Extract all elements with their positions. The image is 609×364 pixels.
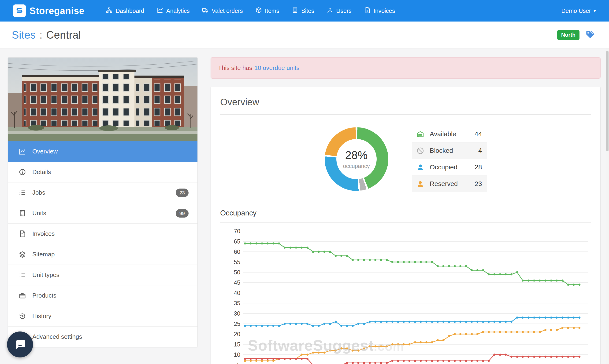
legend-row-occupied: Occupied 28 xyxy=(412,159,487,175)
user-name: Demo User xyxy=(561,8,591,14)
layers-icon xyxy=(19,251,26,258)
sidebar-item-advanced-settings[interactable]: Advanced settings xyxy=(8,326,197,347)
user-icon xyxy=(416,164,424,171)
breadcrumb-sites-link[interactable]: Sites xyxy=(12,28,36,41)
main-panel: This site has 10 overdue units Overview … xyxy=(211,57,601,364)
storeganise-app: Storeganise Dashboard Analytics Valet or… xyxy=(0,0,609,364)
sidebar-item-jobs[interactable]: Jobs 23 xyxy=(8,182,197,203)
chevron-down-icon: ▾ xyxy=(594,8,596,13)
sidebar-item-sitemap[interactable]: Sitemap xyxy=(8,244,197,265)
overdue-units-link[interactable]: 10 overdue units xyxy=(254,64,299,72)
legend-value: 4 xyxy=(478,147,482,154)
sidebar-item-label: Units xyxy=(32,210,46,217)
content-area: Overview Details Jobs 23 Units 99 xyxy=(0,48,609,364)
nav-item-users[interactable]: Users xyxy=(320,0,358,22)
user-menu[interactable]: Demo User ▾ xyxy=(561,8,596,14)
site-tag-badge[interactable]: North xyxy=(557,30,580,40)
valet-orders-icon xyxy=(202,7,209,15)
legend-label: Reserved xyxy=(430,180,458,188)
sidebar-item-unit-types[interactable]: Unit types xyxy=(8,265,197,285)
sidebar-item-label: Overview xyxy=(32,148,58,155)
sidebar-item-label: Jobs xyxy=(32,189,45,196)
donut-center: 28% occupancy xyxy=(336,139,377,179)
nav-label: Sites xyxy=(301,8,314,14)
legend-row-available: Available 44 xyxy=(412,126,487,142)
svg-text:50: 50 xyxy=(234,269,240,275)
chat-icon xyxy=(14,339,26,351)
info-icon xyxy=(19,169,26,176)
occupancy-label: occupancy xyxy=(343,163,370,169)
nav-item-analytics[interactable]: Analytics xyxy=(151,0,196,22)
legend-value: 23 xyxy=(474,180,482,188)
storeganise-logo[interactable]: Storeganise xyxy=(13,4,84,17)
legend-row-blocked: Blocked 4 xyxy=(412,142,487,159)
users-icon xyxy=(327,7,333,15)
svg-text:55: 55 xyxy=(234,259,240,265)
legend-label: Occupied xyxy=(430,164,457,171)
scrollbar-track[interactable] xyxy=(606,48,609,364)
svg-text:35: 35 xyxy=(234,300,240,306)
legend-label: Blocked xyxy=(430,147,453,154)
nav-label: Invoices xyxy=(374,8,395,14)
user-icon xyxy=(416,180,424,188)
sidebar-item-label: Products xyxy=(32,292,56,299)
occupancy-line-chart: 706560555045403530252015105 SoftwareSugg… xyxy=(220,229,591,364)
svg-text:60: 60 xyxy=(234,248,240,255)
overview-card: Overview 28% occupancy Available 44 xyxy=(211,87,601,364)
tags-icon[interactable] xyxy=(585,30,595,40)
occupancy-chart-svg: 706560555045403530252015105 xyxy=(220,229,592,364)
nav-label: Valet orders xyxy=(212,8,243,14)
site-photo xyxy=(8,58,197,141)
sidebar-item-overview[interactable]: Overview xyxy=(8,141,197,162)
site-sidebar: Overview Details Jobs 23 Units 99 xyxy=(8,57,198,347)
scrollbar-thumb[interactable] xyxy=(606,51,609,151)
top-navbar: Storeganise Dashboard Analytics Valet or… xyxy=(0,0,609,22)
nav-item-items[interactable]: Items xyxy=(249,0,286,22)
sidebar-item-label: Invoices xyxy=(32,230,55,237)
nav-item-sites[interactable]: Sites xyxy=(286,0,321,22)
sidebar-item-units[interactable]: Units 99 xyxy=(8,203,197,223)
sidebar-item-products[interactable]: Products xyxy=(8,285,197,306)
nav-item-invoices[interactable]: Invoices xyxy=(358,0,401,22)
jobs-count-badge: 23 xyxy=(176,189,189,197)
list-icon xyxy=(19,271,26,279)
building-icon xyxy=(19,210,26,217)
brand-name: Storeganise xyxy=(29,6,84,16)
ban-icon xyxy=(416,147,424,155)
sidebar-item-details[interactable]: Details xyxy=(8,162,197,182)
items-icon xyxy=(256,7,262,15)
page-title: Central xyxy=(46,28,81,41)
sites-icon xyxy=(292,7,298,15)
analytics-icon xyxy=(157,7,163,15)
svg-text:15: 15 xyxy=(234,341,240,348)
nav-item-dashboard[interactable]: Dashboard xyxy=(100,0,150,22)
legend-row-reserved: Reserved 23 xyxy=(412,175,487,192)
sidebar-item-label: History xyxy=(32,312,51,320)
occupancy-percent: 28% xyxy=(345,149,368,162)
legend-value: 44 xyxy=(474,130,482,138)
svg-text:70: 70 xyxy=(234,229,240,234)
occupancy-summary: 28% occupancy Available 44 Blocked xyxy=(220,126,591,192)
nav-item-valet-orders[interactable]: Valet orders xyxy=(196,0,249,22)
sidebar-menu: Overview Details Jobs 23 Units 99 xyxy=(8,141,197,347)
chat-launcher-button[interactable] xyxy=(7,331,33,357)
sidebar-item-label: Details xyxy=(32,169,51,176)
sidebar-item-label: Unit types xyxy=(32,271,59,279)
nav-label: Users xyxy=(336,8,351,14)
svg-text:40: 40 xyxy=(234,290,240,296)
sidebar-item-history[interactable]: History xyxy=(8,306,197,326)
svg-text:30: 30 xyxy=(234,310,240,317)
main-nav: Dashboard Analytics Valet orders Items S… xyxy=(100,0,401,22)
svg-text:45: 45 xyxy=(234,279,240,286)
chart-line-icon xyxy=(19,148,26,155)
nav-label: Items xyxy=(265,8,279,14)
occupancy-donut-chart: 28% occupancy xyxy=(325,127,388,191)
storeganise-logo-icon xyxy=(13,4,26,17)
garage-icon xyxy=(416,130,424,138)
sidebar-item-invoices[interactable]: Invoices xyxy=(8,223,197,244)
svg-text:25: 25 xyxy=(234,321,240,327)
nav-label: Dashboard xyxy=(115,8,144,14)
overview-title: Overview xyxy=(220,96,591,115)
page-header: Sites : Central North xyxy=(0,22,609,48)
donut-legend: Available 44 Blocked 4 Occupied 28 xyxy=(412,126,487,192)
